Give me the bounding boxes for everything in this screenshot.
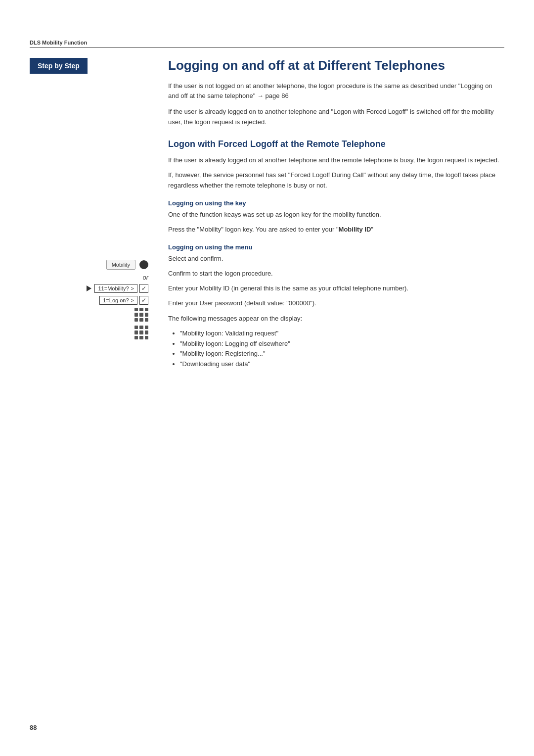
header-rule: [30, 47, 504, 48]
page-number: 88: [30, 724, 37, 731]
bullet-item-1: "Mobility logon: Validating request": [180, 329, 504, 339]
para-1: If the user is already logged on at anot…: [168, 155, 504, 165]
confirm-logon: Confirm to start the logon procedure.: [168, 269, 504, 279]
sub-heading-menu: Logging on using the menu: [168, 243, 504, 251]
icon-row-1: [30, 308, 148, 322]
mobility-id-bold: Mobility ID: [339, 226, 371, 233]
or-label: or: [30, 274, 148, 281]
mobility-button: Mobility: [106, 260, 135, 270]
menu-arrow-1: >: [131, 285, 134, 291]
check-box-1: ✓: [139, 284, 148, 293]
keypad-icon-2: [134, 326, 148, 339]
intro-para-1: If the user is not logged on at another …: [168, 81, 504, 101]
left-spacer: [30, 82, 148, 260]
messages-intro: The following messages appear on the dis…: [168, 314, 504, 324]
section-heading: Logon with Forced Logoff at the Remote T…: [168, 139, 504, 150]
left-column: Step by Step Mobility or 11=Mobility? > …: [30, 58, 158, 370]
menu-arrow-2: >: [131, 297, 134, 303]
step-by-step-box: Step by Step: [30, 58, 88, 74]
check-box-2: ✓: [139, 296, 148, 305]
para-key: One of the function keays was set up as …: [168, 210, 504, 220]
right-column: Logging on and off at at Different Telep…: [158, 58, 504, 370]
menu-row-2: 1=Log on? > ✓: [30, 296, 148, 305]
bullet-item-3: "Mobility logon: Registering...": [180, 349, 504, 359]
menu-item-1-label: 11=Mobility?: [98, 285, 129, 291]
enter-password: Enter your User password (default value:…: [168, 298, 504, 308]
menu-item-box-1: 11=Mobility? >: [94, 284, 137, 293]
bullet-item-4: "Downloading user data": [180, 359, 504, 370]
menu-item-2-label: 1=Log on?: [103, 297, 129, 303]
menu-item-box-2: 1=Log on? >: [99, 296, 137, 305]
page-container: DLS Mobility Function Step by Step Mobil…: [0, 0, 534, 756]
icon-row-2: [30, 326, 148, 339]
bullet-item-2: "Mobility logon: Logging off elsewhere": [180, 339, 504, 349]
select-confirm: Select and confirm.: [168, 254, 504, 264]
para-mobility-press: Press the "Mobility" logon key. You are …: [168, 225, 504, 235]
header-label: DLS Mobility Function: [30, 40, 504, 46]
enter-mobility-id: Enter your Mobility ID (in general this …: [168, 284, 504, 293]
play-icon-1: [87, 285, 91, 291]
menu-row-1: 11=Mobility? > ✓: [30, 284, 148, 293]
mobility-key-row: Mobility: [30, 260, 148, 270]
main-layout: Step by Step Mobility or 11=Mobility? > …: [30, 58, 504, 370]
keypad-icon-1: [134, 308, 148, 322]
intro-para-2: If the user is already logged on to anot…: [168, 107, 504, 127]
sub-heading-key: Logging on using the key: [168, 199, 504, 207]
circle-indicator: [139, 260, 148, 269]
para-2: If, however, the service personnel has s…: [168, 170, 504, 190]
bullet-list: "Mobility logon: Validating request" "Mo…: [180, 329, 504, 370]
main-title: Logging on and off at at Different Telep…: [168, 58, 504, 73]
